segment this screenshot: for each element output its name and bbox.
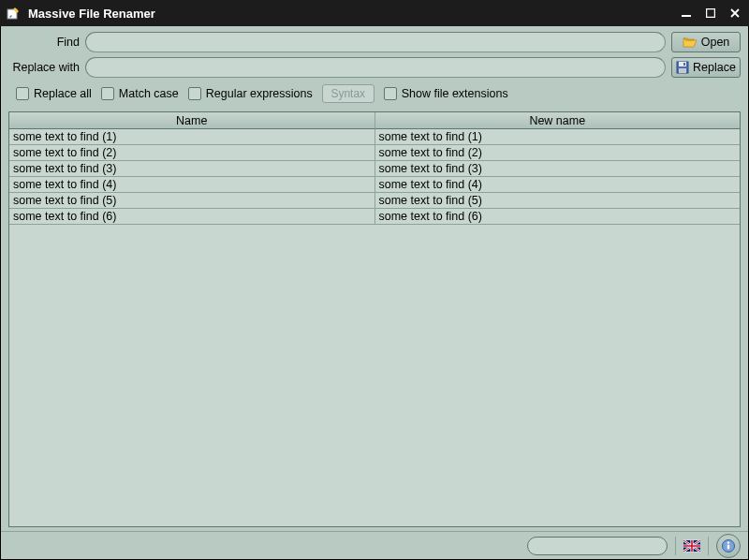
options-row: Replace all Match case Regular expressio… — [8, 82, 741, 107]
cell-name: some text to find (6) — [9, 209, 375, 224]
info-icon — [722, 539, 735, 553]
app-window: Massive File Renamer Find — [0, 0, 749, 560]
cell-name: some text to find (3) — [9, 161, 375, 176]
svg-rect-5 — [679, 68, 686, 73]
match-case-checkbox[interactable] — [101, 87, 114, 100]
regex-option[interactable]: Regular expressions — [188, 87, 313, 100]
match-case-label: Match case — [119, 87, 179, 100]
cell-name: some text to find (2) — [9, 145, 375, 160]
cell-newname: some text to find (2) — [375, 145, 741, 160]
table-row[interactable]: some text to find (5)some text to find (… — [9, 193, 740, 209]
find-row: Find Open — [8, 32, 741, 52]
col-newname-header[interactable]: New name — [375, 112, 741, 129]
statusbar — [1, 531, 748, 559]
replace-label: Replace with — [8, 61, 80, 74]
show-ext-option[interactable]: Show file extensions — [384, 87, 508, 100]
info-button[interactable] — [716, 534, 741, 558]
svg-rect-2 — [707, 9, 715, 18]
table-row[interactable]: some text to find (6)some text to find (… — [9, 209, 740, 225]
show-ext-checkbox[interactable] — [384, 87, 397, 100]
content-area: Find Open Replace with — [1, 26, 748, 531]
match-case-option[interactable]: Match case — [101, 87, 179, 100]
close-button[interactable] — [728, 7, 742, 20]
window-body: Find Open Replace with — [0, 26, 749, 560]
window-controls — [680, 7, 742, 20]
table-row[interactable]: some text to find (3)some text to find (… — [9, 161, 740, 177]
minimize-button[interactable] — [680, 7, 693, 20]
status-slot — [527, 537, 668, 555]
syntax-button: Syntax — [322, 84, 374, 103]
status-divider-2 — [708, 537, 709, 555]
open-button-label: Open — [701, 36, 730, 49]
cell-newname: some text to find (3) — [375, 161, 741, 176]
svg-rect-6 — [683, 63, 685, 66]
status-divider — [675, 537, 676, 555]
cell-name: some text to find (1) — [9, 129, 375, 144]
language-button[interactable] — [683, 539, 700, 553]
table-row[interactable]: some text to find (4)some text to find (… — [9, 177, 740, 193]
table-body: some text to find (1)some text to find (… — [9, 129, 740, 526]
titlebar: Massive File Renamer — [0, 0, 749, 26]
table-header: Name New name — [9, 112, 740, 129]
window-title: Massive File Renamer — [28, 7, 680, 21]
show-ext-label: Show file extensions — [402, 87, 508, 100]
find-input[interactable] — [85, 32, 666, 52]
regex-label: Regular expressions — [206, 87, 313, 100]
svg-point-9 — [727, 541, 729, 543]
folder-open-icon — [683, 36, 698, 49]
cell-name: some text to find (4) — [9, 177, 375, 192]
maximize-button[interactable] — [704, 7, 717, 20]
replace-all-option[interactable]: Replace all — [16, 87, 92, 100]
replace-all-checkbox[interactable] — [16, 87, 29, 100]
replace-all-label: Replace all — [34, 87, 92, 100]
regex-checkbox[interactable] — [188, 87, 201, 100]
replace-button-label: Replace — [693, 61, 736, 74]
uk-flag-icon — [683, 540, 700, 552]
cell-newname: some text to find (6) — [375, 209, 741, 224]
syntax-button-label: Syntax — [330, 87, 365, 100]
file-table: Name New name some text to find (1)some … — [8, 111, 741, 527]
replace-button[interactable]: Replace — [671, 57, 741, 78]
col-name-header[interactable]: Name — [9, 112, 375, 129]
save-icon — [676, 61, 689, 74]
svg-rect-1 — [682, 15, 691, 17]
table-row[interactable]: some text to find (2)some text to find (… — [9, 145, 740, 161]
open-button[interactable]: Open — [671, 32, 741, 52]
find-label: Find — [8, 36, 80, 49]
cell-newname: some text to find (1) — [375, 129, 741, 144]
svg-rect-10 — [727, 544, 729, 549]
cell-newname: some text to find (5) — [375, 193, 741, 208]
cell-name: some text to find (5) — [9, 193, 375, 208]
cell-newname: some text to find (4) — [375, 177, 741, 192]
table-row[interactable]: some text to find (1)some text to find (… — [9, 129, 740, 145]
replace-input[interactable] — [85, 57, 666, 78]
app-icon — [6, 6, 21, 21]
replace-row: Replace with Replace — [8, 57, 741, 78]
